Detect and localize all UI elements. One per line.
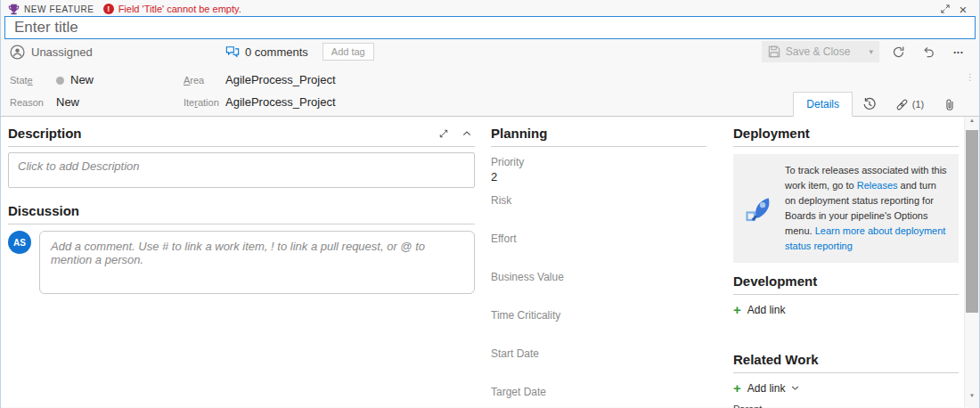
development-header: Development xyxy=(733,273,959,289)
description-header: Description xyxy=(8,126,475,141)
user-avatar: AS xyxy=(8,231,31,254)
field-effort: Effort xyxy=(491,229,706,262)
state-value[interactable]: New xyxy=(56,73,184,86)
development-add-link-label: Add link xyxy=(747,304,786,316)
development-title: Development xyxy=(733,273,817,289)
rocket-icon xyxy=(740,163,778,254)
plus-icon: + xyxy=(733,303,741,316)
deployment-info-box: To track releases associated with this w… xyxy=(733,154,959,263)
risk-value[interactable] xyxy=(491,208,706,224)
start-date-value[interactable] xyxy=(491,362,706,377)
related-work-section: Related Work + Add link Parent xyxy=(733,352,959,408)
risk-label: Risk xyxy=(491,191,706,207)
feature-trophy-icon xyxy=(8,4,20,15)
title-input[interactable] xyxy=(4,16,976,39)
priority-label: Priority xyxy=(491,152,706,168)
description-editor[interactable]: Click to add Description xyxy=(8,152,475,188)
business-value-label: Business Value xyxy=(491,267,706,283)
collapse-description-icon[interactable] xyxy=(459,126,475,141)
related-work-header: Related Work xyxy=(733,352,959,367)
expand-dialog-icon[interactable] xyxy=(936,3,954,15)
related-work-add-link-label: Add link xyxy=(747,382,786,395)
planning-header: Planning xyxy=(491,126,706,141)
effort-label: Effort xyxy=(491,229,706,245)
work-item-type-bar: NEW FEATURE ! Field 'Title' cannot be em… xyxy=(1,0,979,15)
discussion-header: Discussion xyxy=(8,203,475,218)
save-and-close-label: Save & Close xyxy=(786,45,851,58)
parent-group-label: Parent xyxy=(733,404,959,408)
target-date-label: Target Date xyxy=(491,382,706,398)
add-tag-button[interactable]: Add tag xyxy=(323,43,374,61)
field-start-date: Start Date xyxy=(491,344,706,377)
area-label: Area xyxy=(184,75,225,86)
fields-and-tabs-bar: State New Area AgileProcess_Project Reas… xyxy=(1,64,979,117)
area-value[interactable]: AgileProcess_Project xyxy=(225,73,336,86)
discussion-title: Discussion xyxy=(8,203,79,218)
scrollbar-up-arrow-icon[interactable]: ▲ xyxy=(965,118,979,130)
releases-link[interactable]: Releases xyxy=(857,180,898,191)
error-message: Field 'Title' cannot be empty. xyxy=(118,4,241,14)
business-value-value[interactable] xyxy=(491,285,706,300)
plus-icon: + xyxy=(733,381,741,395)
details-content: Description Click to add Description Dis… xyxy=(1,117,979,407)
time-criticality-label: Time Criticality xyxy=(491,306,706,322)
field-priority: Priority 2 xyxy=(491,152,706,185)
tab-bar: Details (1) xyxy=(793,92,967,117)
field-target-date: Target Date xyxy=(491,382,706,408)
description-title: Description xyxy=(8,126,82,141)
reason-value[interactable]: New xyxy=(56,95,184,109)
scrollbar-down-arrow-icon[interactable]: ▼ xyxy=(965,393,979,405)
state-dot-icon xyxy=(56,77,64,85)
priority-value[interactable]: 2 xyxy=(491,170,706,185)
save-and-close-button[interactable]: Save & Close ▾ xyxy=(762,41,879,62)
deployment-header: Deployment xyxy=(733,126,959,141)
system-fields: State New Area AgileProcess_Project Reas… xyxy=(10,73,336,109)
person-avatar-icon xyxy=(10,45,25,60)
effort-value[interactable] xyxy=(491,247,706,262)
tab-attachments[interactable] xyxy=(933,92,967,117)
planning-title: Planning xyxy=(491,126,547,141)
chevron-down-icon xyxy=(791,385,799,391)
save-options-caret-icon[interactable]: ▾ xyxy=(862,47,873,56)
links-count-label: (1) xyxy=(912,99,924,110)
undo-button[interactable] xyxy=(917,41,940,62)
maximize-description-icon[interactable] xyxy=(436,126,452,141)
command-bar: Unassigned 0 comments Add tag Save & Clo… xyxy=(1,39,979,64)
field-risk: Risk xyxy=(491,191,706,224)
iteration-label: Iteration xyxy=(184,97,225,108)
scrollbar-thumb[interactable] xyxy=(966,130,978,313)
field-time-criticality: Time Criticality xyxy=(491,306,706,339)
comments-button[interactable]: 0 comments xyxy=(225,45,308,59)
reason-label: Reason xyxy=(10,97,56,108)
related-work-title: Related Work xyxy=(733,352,819,367)
work-item-type-label: NEW FEATURE xyxy=(24,4,94,14)
development-section: Development + Add link xyxy=(733,273,959,316)
tab-links[interactable]: (1) xyxy=(886,92,933,117)
start-date-label: Start Date xyxy=(491,344,706,360)
iteration-value[interactable]: AgileProcess_Project xyxy=(225,95,336,109)
time-criticality-value[interactable] xyxy=(491,323,706,339)
work-item-dialog: NEW FEATURE ! Field 'Title' cannot be em… xyxy=(0,0,980,408)
close-icon[interactable]: × xyxy=(954,3,972,15)
save-icon xyxy=(768,45,780,58)
tab-details[interactable]: Details xyxy=(793,92,853,117)
vertical-scrollbar[interactable]: ▲ ▼ xyxy=(964,117,979,407)
assignee-label: Unassigned xyxy=(31,45,93,59)
middle-column: Planning Priority 2 Risk Effort Business… xyxy=(484,117,726,407)
error-icon: ! xyxy=(103,4,114,14)
resize-gripper-icon: ⋮ xyxy=(966,72,975,82)
development-add-link-button[interactable]: + Add link xyxy=(733,303,959,316)
more-actions-button[interactable]: ••• xyxy=(947,41,970,62)
deployment-title: Deployment xyxy=(733,126,810,141)
right-column: Deployment To track releases associated … xyxy=(726,117,964,407)
comments-icon xyxy=(225,45,240,58)
field-business-value: Business Value xyxy=(491,267,706,300)
deployment-info-text: To track releases associated with this w… xyxy=(785,163,950,254)
left-column: Description Click to add Description Dis… xyxy=(1,117,484,407)
refresh-button[interactable] xyxy=(886,41,910,62)
assignee-picker[interactable]: Unassigned xyxy=(10,45,225,60)
related-work-add-link-button[interactable]: + Add link xyxy=(733,381,959,395)
target-date-value[interactable] xyxy=(491,400,706,408)
tab-history[interactable] xyxy=(853,92,886,117)
comment-input[interactable]: Add a comment. Use # to link a work item… xyxy=(39,231,475,294)
